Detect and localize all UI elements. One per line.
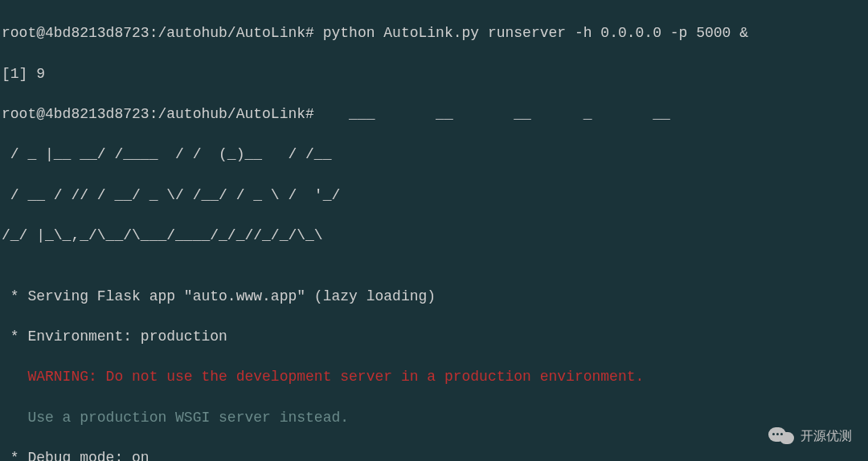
command-text: python AutoLink.py runserver -h 0.0.0.0 … [314, 25, 748, 41]
ascii-art-line: / __ / // / __/ _ \/ /__/ / _ \ / '_/ [2, 186, 866, 206]
flask-debug-mode: * Debug mode: on [2, 448, 866, 461]
flask-wsgi-hint: Use a production WSGI server instead. [2, 408, 866, 428]
shell-prompt: root@4bd8213d8723:/autohub/AutoLink# [2, 25, 314, 41]
prompt-line-2: root@4bd8213d8723:/autohub/AutoLink# ___… [2, 104, 866, 124]
shell-prompt: root@4bd8213d8723:/autohub/AutoLink# [2, 106, 314, 122]
flask-serving: * Serving Flask app "auto.www.app" (lazy… [2, 287, 866, 307]
flask-environment: * Environment: production [2, 327, 866, 347]
ascii-art-line: / _ |__ __/ /____ / / (_)__ / /__ [2, 145, 866, 165]
terminal-output: root@4bd8213d8723:/autohub/AutoLink# pyt… [0, 0, 868, 461]
ascii-art-line: /_/ |_\_,_/\__/\___/____/_/_//_/_/\_\ [2, 226, 866, 246]
wechat-icon [768, 426, 794, 447]
prompt-line-1: root@4bd8213d8723:/autohub/AutoLink# pyt… [2, 23, 866, 43]
job-output: [1] 9 [2, 64, 866, 84]
flask-warning: WARNING: Do not use the development serv… [2, 367, 866, 387]
watermark-text: 开源优测 [800, 427, 852, 445]
ascii-art-line: ___ __ __ _ __ [314, 106, 670, 122]
watermark: 开源优测 [768, 426, 852, 447]
